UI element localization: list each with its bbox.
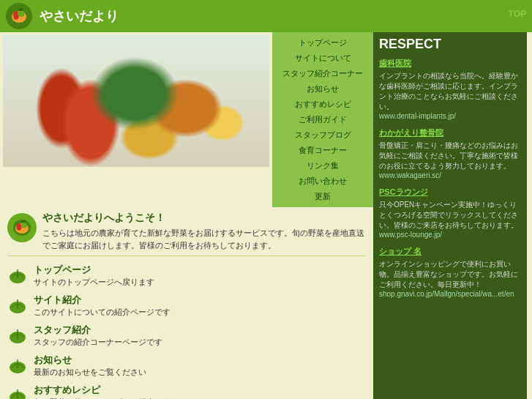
sidebar-section-1-url: www.dental-implants.jp/ — [379, 112, 521, 120]
article-content-5: おすすめレシピ 旬の野菜を使ったレシピをご紹介します — [34, 384, 179, 399]
right-sidebar: RESPECT 歯科医院 インプラントの相談なら当院へ。経験豊かな歯科医師がご相… — [373, 32, 527, 399]
nav-item-contact[interactable]: お問い合わせ — [272, 174, 373, 189]
site-logo — [6, 3, 32, 29]
article-content-4: お知らせ 最新のお知らせをご覧ください — [34, 354, 146, 378]
sidebar-section-1: 歯科医院 インプラントの相談なら当院へ。経験豊かな歯科医師がご相談に応じます。イ… — [379, 58, 521, 120]
top-link[interactable]: TOP — [509, 9, 526, 19]
sidebar-title: RESPECT — [379, 37, 521, 52]
nav-item-update[interactable]: 更新 — [272, 189, 373, 204]
article-icon-1 — [7, 265, 28, 286]
article-icon-5 — [7, 385, 28, 399]
article-content-3: スタッフ紹介 スタッフの紹介コーナーページです — [34, 324, 162, 348]
nav-item-guide[interactable]: ご利用ガイド — [272, 112, 373, 127]
nav-item-staff[interactable]: スタッフ紹介コーナー — [272, 66, 373, 81]
nav-item-top[interactable]: トップページ — [272, 35, 373, 51]
image-nav-row: トップページ サイトについて スタッフ紹介コーナー お知らせ おすすめレシピ ご… — [0, 32, 373, 207]
article-icon-3 — [7, 325, 28, 346]
svg-point-7 — [21, 223, 27, 228]
sidebar-section-4-title[interactable]: ショップ 名 — [379, 246, 521, 257]
left-content: トップページ サイトについて スタッフ紹介コーナー お知らせ おすすめレシピ ご… — [0, 32, 373, 399]
article-item-5: おすすめレシピ 旬の野菜を使ったレシピをご紹介します — [7, 384, 366, 399]
article-item-4: お知らせ 最新のお知らせをご覧ください — [7, 354, 366, 378]
sidebar-section-2-text: 骨盤矯正・肩こり・腰痛などのお悩みはお気軽にご相談ください。丁寧な施術で皆様のお… — [379, 141, 521, 171]
article-icon-4 — [7, 355, 28, 376]
sidebar-section-1-title[interactable]: 歯科医院 — [379, 58, 521, 69]
svg-point-6 — [17, 223, 22, 231]
nav-item-blog[interactable]: スタッフブログ — [272, 127, 373, 143]
sidebar-section-3: PSCラウンジ 只今OPENキャンペーン実施中！ゆっくりとくつろげる空間でリラッ… — [379, 187, 521, 239]
sidebar-section-2-url: www.wakagaeri.sc/ — [379, 171, 521, 179]
sidebar-section-4-url: shop.gnavi.co.jp/Mallgn/special/wa...et/… — [379, 290, 521, 298]
header: やさいだより TOP — [0, 0, 532, 32]
main-article: やさいだよりへようこそ！ こちらは地元の農家が育てた新鮮な野菜をお届けするサービ… — [7, 212, 366, 256]
content-area: やさいだよりへようこそ！ こちらは地元の農家が育てた新鮮な野菜をお届けするサービ… — [0, 207, 373, 399]
main-article-content: やさいだよりへようこそ！ こちらは地元の農家が育てた新鮮な野菜をお届けするサービ… — [42, 212, 366, 251]
main-article-text: こちらは地元の農家が育てた新鮮な野菜をお届けするサービスです。旬の野菜を産地直送… — [42, 227, 366, 251]
article-item-2: サイト紹介 このサイトについての紹介ページです — [7, 294, 366, 318]
article-content-1: トップページ サイトのトップページへ戻ります — [34, 264, 154, 288]
sidebar-section-3-url: www.psc-lounge.jp/ — [379, 231, 521, 239]
nav-item-shokuiku[interactable]: 食育コーナー — [272, 143, 373, 158]
nav-column: トップページ サイトについて スタッフ紹介コーナー お知らせ おすすめレシピ ご… — [272, 32, 373, 207]
main-layout: トップページ サイトについて スタッフ紹介コーナー お知らせ おすすめレシピ ご… — [0, 32, 532, 399]
sidebar-section-3-text: 只今OPENキャンペーン実施中！ゆっくりとくつろげる空間でリラックスしてください… — [379, 200, 521, 231]
main-article-title: やさいだよりへようこそ！ — [42, 212, 366, 225]
article-icon-2 — [7, 295, 28, 316]
sidebar-section-2: わかがえり整骨院 骨盤矯正・肩こり・腰痛などのお悩みはお気軽にご相談ください。丁… — [379, 127, 521, 179]
main-article-icon — [7, 213, 37, 242]
article-content-2: サイト紹介 このサイトについての紹介ページです — [34, 294, 171, 318]
sidebar-section-4-text: オンラインショッピングで便利にお買い物。品揃え豊富なショップです。お気軽にご利用… — [379, 259, 521, 290]
svg-point-3 — [18, 11, 25, 17]
site-title: やさいだより — [40, 7, 119, 25]
nav-item-about[interactable]: サイトについて — [272, 51, 373, 66]
nav-item-links[interactable]: リンク集 — [272, 158, 373, 174]
sidebar-section-3-title[interactable]: PSCラウンジ — [379, 187, 521, 198]
sidebar-section-4: ショップ 名 オンラインショッピングで便利にお買い物。品揃え豊富なショップです。… — [379, 246, 521, 298]
hero-image — [3, 35, 269, 167]
article-item-3: スタッフ紹介 スタッフの紹介コーナーページです — [7, 324, 366, 348]
nav-item-news[interactable]: お知らせ — [272, 81, 373, 97]
sidebar-section-2-title[interactable]: わかがえり整骨院 — [379, 127, 521, 138]
article-item-1: トップページ サイトのトップページへ戻ります — [7, 264, 366, 288]
nav-item-recipe[interactable]: おすすめレシピ — [272, 97, 373, 112]
sidebar-section-1-text: インプラントの相談なら当院へ。経験豊かな歯科医師がご相談に応じます。インプラント… — [379, 71, 521, 112]
